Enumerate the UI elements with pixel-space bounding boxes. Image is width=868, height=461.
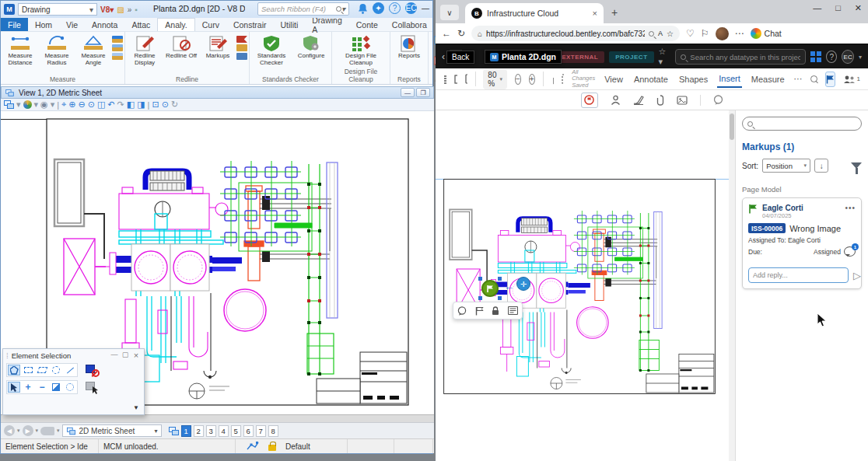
redline-off-button[interactable]: Redline Off [163, 33, 199, 60]
view-toggle-8[interactable]: 8 [268, 425, 278, 437]
tab-search-chevron-icon[interactable]: ∨ [440, 5, 459, 20]
measure-angle-button[interactable]: Measure Angle [75, 33, 111, 67]
app-switcher-icon[interactable] [810, 51, 821, 62]
zoom-control[interactable]: 80 % ▾ [483, 69, 507, 89]
comments-bubble-icon[interactable]: 1 [844, 246, 856, 257]
global-search-input[interactable]: Search any datatype in this project or a [675, 49, 806, 65]
ribbon-search-input[interactable]: Search Ribbon (F4) ▾ [257, 2, 349, 16]
select-circle-icon[interactable] [50, 365, 62, 375]
tab-view[interactable]: Vie [59, 18, 85, 31]
view-window-titlebar[interactable]: View 1, 2D Metric Sheet — ❐ [1, 86, 434, 99]
view-setup-icon[interactable]: ◉ [40, 100, 48, 110]
locks-indicator[interactable] [264, 439, 281, 453]
rotate-view-icon[interactable]: ↶ [107, 100, 114, 110]
workflow-selector[interactable]: Drawing ▾ [18, 3, 97, 16]
browser-maximize-icon[interactable]: □ [835, 3, 841, 13]
help-icon[interactable]: ? [826, 51, 837, 63]
reports-button[interactable]: Reports [392, 33, 426, 60]
view-toggle-5[interactable]: 5 [231, 425, 241, 437]
select-line-icon[interactable] [64, 365, 76, 375]
select-all-icon[interactable] [64, 382, 76, 393]
markups-button[interactable]: Markups [200, 33, 236, 60]
tab-curves[interactable]: Curv [195, 18, 226, 31]
collaborators-indicator[interactable]: 1 [843, 75, 860, 84]
select-individual-icon[interactable] [8, 365, 20, 375]
tool-close-icon[interactable]: × [131, 351, 141, 360]
view-next-button[interactable]: ▶ [23, 425, 33, 436]
redline-display-button[interactable]: Redline Display [127, 33, 163, 67]
selection-handle[interactable] [478, 277, 482, 281]
chevron-down-icon[interactable]: ▾ [859, 54, 862, 61]
view-toggle-7[interactable]: 7 [256, 425, 266, 437]
url-bar[interactable]: ⌂ https://infrastructurecloud.bentley.co… [471, 26, 680, 41]
zoom-page-icon[interactable] [649, 31, 654, 37]
flag-marker-tool[interactable] [581, 93, 598, 108]
comment-icon[interactable] [713, 95, 723, 105]
menu-annotate[interactable]: Annotate [632, 72, 670, 87]
standards-checker-button[interactable]: Standards Checker [251, 33, 292, 67]
assign-person-icon[interactable] [611, 95, 621, 105]
view-toggle-2[interactable]: 2 [194, 425, 204, 437]
lock-icon[interactable] [492, 306, 499, 316]
chevron-down-icon[interactable]: ▾ [36, 428, 39, 434]
view-next-icon[interactable]: ◨ [137, 100, 145, 110]
view-previous-icon[interactable]: ◧ [127, 100, 135, 110]
document-info-icon[interactable] [465, 74, 467, 84]
view-attributes-icon[interactable] [4, 100, 14, 109]
browser-tab[interactable]: B Infrastructure Cloud × [465, 3, 604, 23]
tab-analyze[interactable]: Analy. [157, 18, 194, 31]
new-tab-icon[interactable]: + [611, 6, 618, 19]
sidebar-toggle-icon[interactable] [454, 75, 457, 84]
notifications-bell-icon[interactable] [358, 3, 368, 14]
menu-measure[interactable]: Measure [750, 72, 786, 87]
view-previous-button[interactable]: ◀ [4, 425, 15, 436]
image-icon[interactable] [677, 96, 688, 105]
tab-drawing-aids[interactable]: Drawing A [305, 18, 349, 31]
element-selection-titlebar[interactable]: ⁞ Element Selection — ▢ × [3, 349, 144, 361]
save-icon[interactable]: ▪ [135, 5, 138, 14]
copilot-chat-button[interactable]: Chat [751, 28, 782, 39]
back-icon[interactable]: ← [442, 28, 451, 39]
quick-access-overflow-icon[interactable]: » [128, 5, 132, 14]
favorite-project-icon[interactable]: ☆ ▾ [659, 47, 671, 67]
zoom-in-icon[interactable]: ⊕ [68, 100, 75, 110]
select-invert-icon[interactable] [50, 382, 62, 393]
tab-annotate[interactable]: Annota [85, 18, 124, 31]
header-back-icon[interactable]: ‹ [442, 51, 445, 62]
signature-icon[interactable] [633, 95, 644, 105]
canvas-scrollbar[interactable] [729, 110, 735, 461]
copy-view-icon[interactable]: ⊡ [152, 100, 159, 110]
menu-shapes[interactable]: Shapes [677, 72, 709, 87]
markup-flag-pin[interactable] [478, 277, 502, 300]
measure-more-tools[interactable] [112, 33, 123, 60]
card-overflow-icon[interactable]: ••• [845, 204, 856, 219]
send-reply-icon[interactable]: ▷ [853, 270, 861, 281]
design-file-cleanup-button[interactable]: Design File Cleanup [334, 33, 388, 67]
select-add-icon[interactable]: + [22, 382, 34, 393]
window-area-icon[interactable]: ⊙ [88, 100, 95, 110]
open-folder-icon[interactable]: ▨ [117, 5, 124, 14]
view-toggle-4[interactable]: 4 [219, 425, 229, 437]
select-element-handle-icon[interactable] [86, 382, 98, 393]
feedback-chat-icon[interactable]: ✦ [373, 2, 384, 14]
tool-restore-icon[interactable]: ▢ [121, 351, 130, 360]
menu-view[interactable]: View [603, 72, 625, 87]
reply-input[interactable] [748, 267, 849, 283]
user-avatar[interactable]: EC [405, 2, 417, 14]
view-restore-icon[interactable]: ❐ [416, 88, 430, 97]
clip-volume-icon[interactable]: ↻ [171, 100, 178, 110]
search-icon[interactable] [810, 75, 817, 82]
configure-button[interactable]: Configure [292, 33, 330, 60]
chevron-down-icon[interactable]: ▾ [57, 428, 60, 434]
sort-select[interactable]: Position ▾ [762, 159, 810, 173]
element-selection-window[interactable]: ⁞ Element Selection — ▢ × [2, 348, 145, 415]
browser-profile-avatar[interactable] [716, 27, 729, 40]
fit-view-icon[interactable]: ◫ [97, 100, 105, 110]
browser-essentials-icon[interactable]: ♡ [686, 28, 695, 39]
image-card-icon[interactable] [508, 306, 518, 315]
tab-constraints[interactable]: Constrair [226, 18, 274, 31]
overflow-menu-icon[interactable]: ⋯ [794, 74, 803, 84]
disable-handles-icon[interactable] [86, 365, 98, 375]
recent-views-icon[interactable] [40, 427, 54, 435]
tab-home[interactable]: Hom [28, 18, 59, 31]
